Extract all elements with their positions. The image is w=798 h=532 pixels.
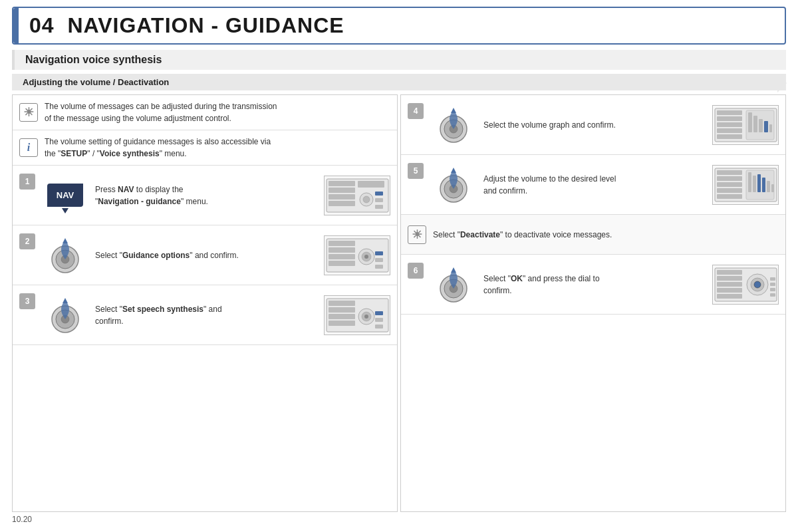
device-panel-6 <box>714 267 777 302</box>
svg-rect-17 <box>329 247 355 253</box>
step-device-1 <box>324 176 390 215</box>
device-panel-4 <box>714 108 777 142</box>
deactivation-sun-icon: ☀ <box>408 225 426 244</box>
info-text-1: The volume of messages can be adjusted d… <box>45 100 277 124</box>
info-icon: i <box>19 138 38 157</box>
svg-point-86 <box>754 281 761 288</box>
step-desc-3: Select "Set speech synthesis" andconfirm… <box>95 303 317 327</box>
page: 04 NAVIGATION - GUIDANCE Navigation voic… <box>0 0 798 532</box>
device-panel-3 <box>326 298 389 332</box>
step-row-3: 3 Select "Set speech synthesis" andconfi… <box>13 285 397 345</box>
step-number-3: 3 <box>19 293 35 309</box>
step-desc-5: Adjust the volume to the desired levelan… <box>483 173 706 197</box>
right-column: 4 Select the volume graph and confirm. <box>400 94 786 512</box>
svg-rect-32 <box>329 307 355 313</box>
content-area: ☀ The volume of messages can be adjusted… <box>12 94 786 512</box>
svg-rect-9 <box>375 198 383 202</box>
step-number-1: 1 <box>19 174 35 190</box>
svg-rect-31 <box>329 301 355 306</box>
svg-rect-38 <box>375 311 383 315</box>
step-number-5: 5 <box>408 163 424 179</box>
dial-knob-6 <box>432 263 475 306</box>
svg-rect-47 <box>717 116 742 121</box>
svg-rect-81 <box>717 282 742 287</box>
svg-rect-5 <box>358 181 384 188</box>
step-visual-3 <box>42 294 88 336</box>
step-row-4: 4 Select the volume graph and confirm. <box>401 95 785 155</box>
svg-rect-71 <box>762 178 765 192</box>
svg-rect-87 <box>770 277 775 281</box>
svg-rect-54 <box>759 119 763 132</box>
svg-rect-23 <box>375 251 383 255</box>
svg-rect-55 <box>764 121 768 132</box>
svg-rect-53 <box>753 116 757 132</box>
dial-knob-5 <box>432 164 475 206</box>
nav-button: NAV <box>47 184 83 207</box>
device-panel-1 <box>326 178 389 213</box>
svg-rect-79 <box>717 270 742 275</box>
dial-knob-3 <box>44 294 86 336</box>
svg-rect-3 <box>329 194 355 200</box>
svg-rect-1 <box>329 181 355 186</box>
svg-rect-8 <box>375 192 383 196</box>
svg-rect-24 <box>375 258 383 262</box>
svg-rect-80 <box>717 276 742 281</box>
deactivation-info-text: Select "Deactivate" to deactivate voice … <box>433 229 612 241</box>
info-row-sun: ☀ The volume of messages can be adjusted… <box>13 95 397 130</box>
chapter-number: 04 <box>29 13 55 37</box>
deactivation-info-row: ☀ Select "Deactivate" to deactivate voic… <box>401 215 785 255</box>
svg-rect-16 <box>329 241 355 246</box>
step-row-6: 6 Select "OK" and press the dial toconfi… <box>401 255 785 315</box>
chapter-title: NAVIGATION - GUIDANCE <box>67 13 344 37</box>
step-row-2: 2 Select "Guidance options" and confirm. <box>13 225 397 285</box>
step-visual-6 <box>430 263 477 306</box>
step-desc-6: Select "OK" and press the dial toconfirm… <box>483 273 706 297</box>
step-number-6: 6 <box>408 263 424 279</box>
svg-marker-77 <box>451 267 456 273</box>
svg-point-22 <box>364 255 368 259</box>
section-title: Navigation voice synthesis <box>25 54 162 65</box>
svg-rect-18 <box>329 254 355 259</box>
svg-rect-39 <box>375 318 383 322</box>
step-visual-4 <box>430 104 477 146</box>
header-box: 04 NAVIGATION - GUIDANCE <box>12 7 786 45</box>
svg-rect-65 <box>717 188 742 193</box>
step-visual-2 <box>42 234 88 277</box>
device-panel-2 <box>326 238 389 273</box>
svg-rect-52 <box>748 112 752 132</box>
svg-marker-44 <box>451 108 456 113</box>
step-desc-2: Select "Guidance options" and confirm. <box>95 249 317 261</box>
svg-rect-33 <box>329 314 355 319</box>
svg-rect-19 <box>329 261 355 266</box>
svg-rect-4 <box>329 201 355 206</box>
step-device-4 <box>712 105 779 145</box>
step-device-6 <box>712 265 779 305</box>
step-device-2 <box>324 235 390 275</box>
step-device-3 <box>324 295 390 335</box>
sub-header-text: Adjusting the volume / Deactivation <box>23 77 169 87</box>
step-visual-5 <box>430 164 477 206</box>
dial-knob-4 <box>432 104 475 146</box>
svg-rect-89 <box>770 288 775 291</box>
svg-rect-73 <box>771 184 774 192</box>
step-row-5: 5 Adjust the volume to the desired level… <box>401 155 785 215</box>
step-number-2: 2 <box>19 233 35 249</box>
svg-rect-69 <box>753 176 756 192</box>
svg-marker-29 <box>63 298 68 303</box>
device-panel-5 <box>714 168 777 202</box>
svg-rect-90 <box>770 293 775 297</box>
svg-marker-60 <box>451 168 456 173</box>
svg-rect-56 <box>769 124 772 132</box>
info-text-2: The volume setting of guidance messages … <box>45 136 271 160</box>
svg-point-7 <box>363 196 370 203</box>
header-title: 04 NAVIGATION - GUIDANCE <box>29 13 344 37</box>
svg-rect-49 <box>717 128 742 133</box>
svg-rect-46 <box>717 110 742 115</box>
svg-rect-68 <box>748 172 751 192</box>
svg-rect-72 <box>767 181 770 192</box>
svg-rect-2 <box>329 188 355 193</box>
svg-rect-48 <box>717 122 742 127</box>
svg-rect-25 <box>375 265 383 269</box>
svg-rect-64 <box>717 182 742 187</box>
dial-knob-2 <box>44 234 86 277</box>
